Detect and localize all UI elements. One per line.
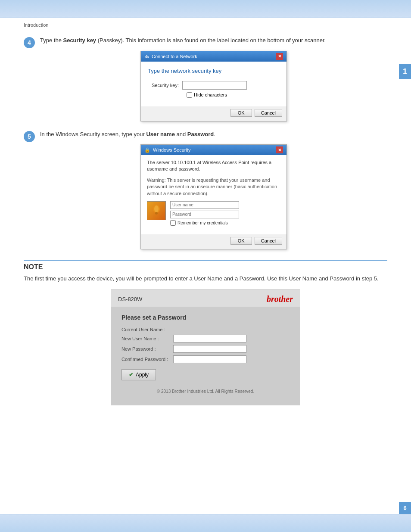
connect-network-subtitle: Type the network security key: [148, 68, 280, 74]
remember-credentials-label: Remember my credentials: [177, 221, 228, 225]
security-warning-text1: The server 10.10.100.1 at Wireless Acces…: [147, 159, 280, 173]
security-key-label: Security key:: [148, 83, 182, 88]
note-title: NOTE: [24, 263, 387, 271]
connect-network-dialog: 🖧 Connect to a Network ✕ Type the networ…: [140, 51, 287, 121]
bottom-bar: [0, 514, 411, 532]
confirmed-password-input[interactable]: [173, 355, 246, 363]
brother-footer: © 2013 Brother Industries Ltd. All Right…: [121, 389, 290, 396]
new-password-input[interactable]: [173, 345, 246, 353]
avatar-icon: [150, 205, 162, 217]
new-username-input[interactable]: [173, 335, 246, 342]
new-username-label: New User Name :: [121, 336, 173, 341]
connect-network-title-left: 🖧 Connect to a Network: [144, 54, 197, 59]
step-4-number: 4: [24, 37, 35, 48]
brother-model: DS-820W: [118, 296, 142, 302]
windows-security-ok-button[interactable]: OK: [230, 237, 252, 245]
top-bar: [0, 0, 411, 18]
step-4: 4 Type the Security key (Passkey). This …: [24, 36, 387, 121]
credentials-area: Remember my credentials: [147, 201, 280, 226]
brother-body: Please set a Password Current User Name …: [111, 307, 300, 405]
note-section: NOTE The first time you access the devic…: [24, 260, 387, 406]
windows-security-titlebar: 🔒 Windows Security ✕: [141, 145, 286, 155]
page-number-tab: 6: [399, 502, 411, 514]
current-user-label: Current User Name :: [121, 327, 173, 332]
svg-point-2: [155, 212, 158, 215]
remember-credentials-row: Remember my credentials: [170, 220, 280, 226]
note-text: The first time you access the device, yo…: [24, 274, 387, 283]
windows-security-footer: OK Cancel: [141, 234, 286, 249]
step-4-content: Type the Security key (Passkey). This in…: [40, 36, 387, 121]
password-input[interactable]: [170, 211, 239, 218]
new-password-label: New Password :: [121, 346, 173, 352]
connect-network-body: Type the network security key Security k…: [141, 62, 286, 106]
security-warning-text2: Warning: This server is requesting that …: [147, 177, 280, 197]
current-user-row: Current User Name :: [121, 327, 290, 332]
connect-network-title-text: Connect to a Network: [152, 54, 197, 59]
network-icon: 🖧: [144, 54, 149, 59]
connect-network-titlebar: 🖧 Connect to a Network ✕: [141, 51, 286, 62]
hide-characters-checkbox[interactable]: [187, 92, 192, 98]
security-key-row: Security key:: [148, 81, 280, 90]
connect-network-ok-button[interactable]: OK: [230, 109, 252, 117]
connect-network-close-button[interactable]: ✕: [276, 53, 283, 60]
hide-characters-label: Hide characters: [194, 92, 227, 97]
step-4-text: Type the Security key (Passkey). This in…: [40, 36, 387, 45]
credentials-fields: Remember my credentials: [170, 201, 280, 226]
brother-logo: brother: [267, 294, 293, 304]
remember-credentials-checkbox[interactable]: [170, 220, 176, 226]
connect-network-footer: OK Cancel: [141, 106, 286, 121]
chapter-tab: 1: [399, 64, 411, 79]
windows-security-title-left: 🔒 Windows Security: [144, 147, 190, 153]
username-input[interactable]: [170, 201, 239, 209]
confirmed-password-label: Confirmed Password :: [121, 357, 173, 362]
apply-button-label: Apply: [136, 372, 149, 378]
step-5-content: In the Windows Security screen, type you…: [40, 130, 387, 249]
security-icon: 🔒: [144, 147, 150, 153]
confirmed-password-row: Confirmed Password :: [121, 355, 290, 363]
windows-security-close-button[interactable]: ✕: [276, 146, 283, 153]
step-5: 5 In the Windows Security screen, type y…: [24, 130, 387, 249]
new-password-row: New Password :: [121, 345, 290, 353]
breadcrumb: Introduction: [0, 18, 411, 28]
connect-network-cancel-button[interactable]: Cancel: [255, 109, 282, 117]
windows-security-body: The server 10.10.100.1 at Wireless Acces…: [141, 155, 286, 234]
new-username-row: New User Name :: [121, 335, 290, 342]
main-content: 4 Type the Security key (Passkey). This …: [0, 28, 411, 421]
step-5-text: In the Windows Security screen, type you…: [40, 130, 387, 139]
step-5-number: 5: [24, 131, 35, 142]
windows-security-cancel-button[interactable]: Cancel: [255, 237, 282, 245]
apply-button[interactable]: ✔ Apply: [121, 369, 156, 380]
brother-dialog-title: Please set a Password: [121, 314, 290, 321]
brother-dialog: DS-820W brother Please set a Password Cu…: [111, 289, 300, 405]
brother-header: DS-820W brother: [111, 290, 300, 307]
hide-characters-row: Hide characters: [187, 92, 280, 98]
svg-point-1: [154, 205, 159, 212]
security-key-input[interactable]: [182, 81, 247, 90]
windows-security-dialog: 🔒 Windows Security ✕ The server 10.10.10…: [140, 144, 287, 249]
windows-security-title-text: Windows Security: [153, 147, 190, 152]
apply-checkmark-icon: ✔: [129, 372, 133, 378]
user-avatar: [147, 201, 166, 220]
